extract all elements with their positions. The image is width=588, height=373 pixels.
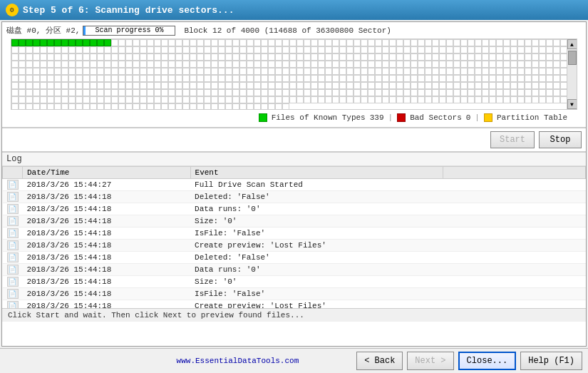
grid-cell: [510, 68, 517, 75]
grid-cell: [532, 96, 539, 103]
grid-cell: [261, 103, 268, 109]
grid-cell: [346, 89, 354, 96]
grid-cell: [261, 68, 268, 75]
grid-cell: [311, 96, 318, 103]
grid-cell: [111, 53, 118, 61]
grid-cell: [190, 89, 197, 96]
grid-cell: [346, 61, 354, 68]
grid-cell: [553, 39, 560, 46]
grid-cell: [332, 39, 339, 46]
grid-cell: [11, 46, 19, 53]
grid-cell: [496, 53, 503, 61]
grid-cell: [382, 61, 389, 68]
grid-cell: [54, 96, 61, 103]
grid-cell: [254, 96, 261, 103]
grid-cell: [503, 89, 510, 96]
grid-cell: [453, 53, 460, 61]
close-button[interactable]: Close...: [458, 352, 517, 370]
back-button[interactable]: < Back: [356, 352, 403, 370]
grid-cell: [553, 89, 560, 96]
grid-cell: [161, 61, 168, 68]
log-row-event: Deleted: 'False': [190, 252, 443, 264]
grid-cell: [453, 68, 460, 75]
scrollbar[interactable]: ▲ ▼: [567, 39, 577, 109]
grid-cell: [389, 75, 396, 82]
grid-cell: [26, 75, 33, 82]
log-row: 📄 2018/3/26 15:44:18 Data runs: '0': [3, 203, 586, 215]
grid-cell: [468, 46, 475, 53]
grid-cell: [510, 46, 517, 53]
grid-cell: [446, 46, 453, 53]
grid-cell: [403, 53, 411, 61]
log-row-event: Create preview: 'Lost Files': [190, 240, 443, 252]
grid-cell: [304, 39, 311, 46]
log-table: Date/Time Event 📄 2018/3/26 15:44:27 Ful…: [2, 166, 586, 308]
grid-area: ▲ ▼: [11, 39, 577, 110]
grid-cell: [460, 61, 468, 68]
legend-files-label: Files of Known Types: [272, 113, 366, 122]
grid-cell: [19, 89, 26, 96]
stop-button[interactable]: Stop: [539, 131, 582, 148]
grid-cell: [218, 61, 225, 68]
grid-cell: [532, 46, 539, 53]
grid-cell: [468, 75, 475, 82]
grid-cell: [90, 53, 97, 61]
grid-cell: [510, 82, 517, 89]
grid-cell: [389, 82, 396, 89]
grid-cell: [296, 53, 304, 61]
grid-cell: [289, 96, 296, 103]
grid-cell: [460, 96, 468, 103]
grid-cell: [175, 82, 182, 89]
log-row-icon-cell: 📄: [3, 179, 23, 191]
grid-cell: [289, 46, 296, 53]
grid-cell: [261, 82, 268, 89]
log-row-extra: [443, 300, 586, 309]
grid-cell: [197, 89, 204, 96]
log-row: 📄 2018/3/26 15:44:18 IsFile: 'False': [3, 288, 586, 300]
scroll-down-btn[interactable]: ▼: [567, 99, 577, 109]
grid-cell: [33, 46, 40, 53]
scroll-up-btn[interactable]: ▲: [567, 39, 577, 49]
grid-cell: [125, 46, 133, 53]
grid-cell: [432, 75, 439, 82]
grid-cell: [446, 82, 453, 89]
grid-cell: [403, 61, 411, 68]
grid-cell: [104, 68, 111, 75]
grid-cell: [275, 53, 282, 61]
scroll-thumb[interactable]: [568, 51, 577, 65]
grid-cell: [460, 89, 468, 96]
grid-cell: [304, 46, 311, 53]
grid-cell: [254, 46, 261, 53]
grid-cell: [11, 103, 19, 109]
help-button[interactable]: Help (F1): [520, 352, 582, 370]
grid-cell: [546, 89, 553, 96]
grid-cell: [425, 68, 432, 75]
grid-cell: [19, 68, 26, 75]
grid-cell: [61, 39, 68, 46]
grid-cell: [296, 39, 304, 46]
log-col-icon: [3, 167, 23, 179]
log-table-container[interactable]: Date/Time Event 📄 2018/3/26 15:44:27 Ful…: [2, 166, 586, 308]
grid-cell: [104, 82, 111, 89]
grid-cell: [40, 68, 47, 75]
grid-cell: [211, 82, 218, 89]
title-icon: ⚙: [6, 4, 19, 16]
grid-cell: [532, 68, 539, 75]
grid-cell: [97, 89, 104, 96]
grid-cell: [418, 53, 425, 61]
grid-cell: [346, 53, 354, 61]
grid-cell: [539, 39, 546, 46]
grid-cell: [133, 103, 140, 109]
grid-cell: [140, 68, 147, 75]
grid-cell: [432, 68, 439, 75]
start-button[interactable]: Start: [490, 131, 535, 148]
grid-cell: [418, 75, 425, 82]
next-button[interactable]: Next >: [407, 352, 453, 370]
grid-cell: [232, 103, 239, 109]
grid-cell: [61, 89, 68, 96]
grid-cell: [368, 89, 375, 96]
grid-cell: [118, 61, 125, 68]
grid-cell: [247, 68, 254, 75]
grid-cell: [553, 68, 560, 75]
grid-cell: [225, 39, 232, 46]
